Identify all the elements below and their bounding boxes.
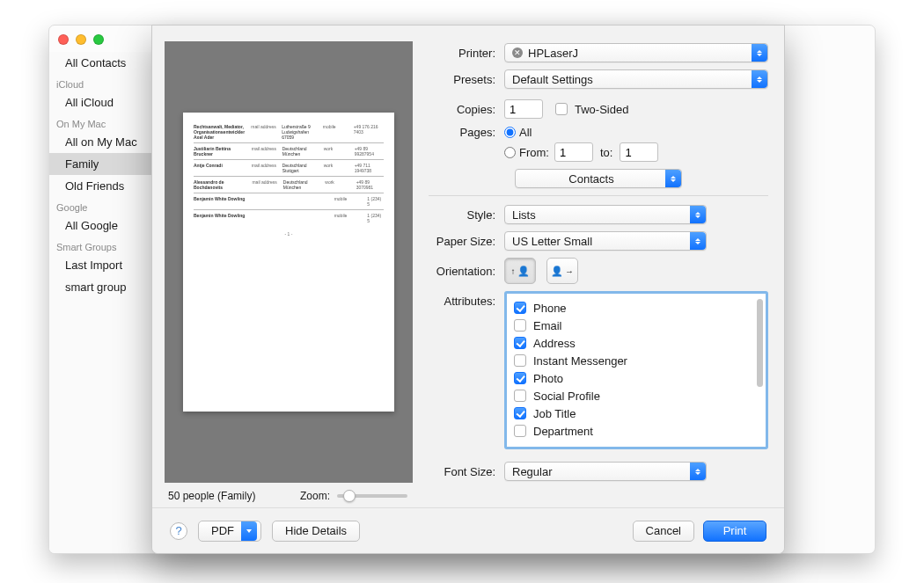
sidebar-item[interactable]: All Google	[49, 215, 158, 237]
pages-from-label: From:	[519, 146, 549, 159]
print-dialog: Rechtsanwalt, Mediator, Organisationsent…	[151, 25, 785, 554]
attributes-scrollbar[interactable]	[757, 299, 763, 387]
pages-label: Pages:	[429, 126, 504, 139]
attribute-checkbox[interactable]	[514, 354, 526, 367]
attribute-label: Job Title	[533, 407, 576, 420]
attribute-label: Email	[533, 319, 562, 332]
help-button[interactable]: ?	[170, 522, 187, 540]
print-button[interactable]: Print	[703, 521, 766, 542]
preview-page: Rechtsanwalt, Mediator, Organisationsent…	[183, 113, 394, 412]
pages-to-label: to:	[600, 146, 612, 159]
presets-label: Presets:	[429, 73, 504, 86]
copies-label: Copies:	[429, 103, 504, 116]
preview-entry: Benjamin White Dowlingmobile1 (234) 5	[194, 209, 384, 226]
attribute-item[interactable]: Social Profile	[512, 387, 760, 404]
sidebar-item[interactable]: All on My Mac	[49, 131, 158, 153]
two-sided-checkbox[interactable]	[555, 103, 568, 115]
preview-count-label: 50 people (Family)	[168, 490, 255, 502]
preview-entry: Justiliarin Bettina Brucknermail address…	[194, 142, 384, 159]
sidebar-item[interactable]: Old Friends	[49, 175, 158, 197]
font-size-value: Regular	[512, 465, 553, 478]
app-options-value: Contacts	[568, 172, 613, 186]
style-label: Style:	[429, 208, 504, 222]
attribute-checkbox[interactable]	[514, 390, 526, 402]
print-preview-column: Rechtsanwalt, Mediator, Organisationsent…	[165, 41, 413, 509]
pages-all-label: All	[519, 126, 532, 139]
app-options-select[interactable]: Contacts	[515, 169, 682, 188]
preview-entry: Rechtsanwalt, Mediator, Organisationsent…	[194, 121, 384, 142]
contacts-sidebar: All Contacts iCloudAll iCloudOn My MacAl…	[49, 52, 159, 553]
attribute-item[interactable]: Address	[512, 334, 760, 352]
pages-range-radio[interactable]	[504, 147, 516, 158]
orientation-label: Orientation:	[429, 265, 504, 278]
pdf-menu-button[interactable]: PDF	[198, 521, 261, 542]
sidebar-group-header: iCloud	[49, 74, 158, 91]
pages-to-input[interactable]	[620, 142, 658, 162]
minimize-window-button[interactable]	[76, 34, 86, 45]
sidebar-item[interactable]: Family	[49, 153, 158, 175]
attribute-checkbox[interactable]	[514, 425, 526, 437]
font-size-select[interactable]: Regular	[504, 462, 707, 481]
attribute-item[interactable]: Email	[512, 317, 760, 334]
printer-value: HPLaserJ	[528, 47, 578, 60]
hide-details-button[interactable]: Hide Details	[272, 521, 360, 542]
preview-entry: Alessandro de Bochdanovitsmail addressDe…	[194, 176, 384, 193]
sidebar-item[interactable]: smart group	[49, 276, 158, 298]
preview-entry: Antje Conradimail addressDeutschland Stu…	[194, 159, 384, 176]
attribute-item[interactable]: Instant Messenger	[512, 352, 760, 369]
pages-all-radio[interactable]	[504, 127, 516, 138]
printer-select[interactable]: ✕ HPLaserJ	[504, 43, 768, 62]
attribute-item[interactable]: Department	[512, 422, 760, 440]
attribute-checkbox[interactable]	[514, 407, 526, 419]
two-sided-label: Two-Sided	[575, 103, 628, 116]
dialog-bottom-bar: ? PDF Hide Details Cancel Print	[152, 507, 784, 553]
print-settings: Printer: ✕ HPLaserJ Presets: Default Set…	[429, 43, 768, 488]
attribute-label: Address	[533, 337, 576, 350]
presets-select[interactable]: Default Settings	[504, 69, 768, 89]
paper-size-label: Paper Size:	[429, 235, 504, 248]
sidebar-item[interactable]: All iCloud	[49, 91, 158, 113]
orientation-landscape-button[interactable]: 👤→	[546, 258, 578, 284]
attribute-item[interactable]: Job Title	[512, 404, 760, 422]
clear-printer-icon[interactable]: ✕	[512, 47, 523, 58]
font-size-label: Font Size:	[429, 465, 504, 478]
preview-entry: Benjamin White Dowlingmobile1 (234) 5	[194, 193, 384, 209]
close-window-button[interactable]	[58, 34, 69, 45]
paper-size-select[interactable]: US Letter Small	[504, 231, 707, 251]
attribute-checkbox[interactable]	[514, 302, 526, 314]
zoom-window-button[interactable]	[93, 34, 104, 45]
sidebar-item-all-contacts[interactable]: All Contacts	[49, 52, 158, 74]
attribute-item[interactable]: Phone	[512, 299, 760, 317]
sidebar-group-header: Smart Groups	[49, 237, 158, 254]
cancel-button[interactable]: Cancel	[633, 521, 694, 542]
sidebar-group-header: Google	[49, 197, 158, 215]
attribute-label: Phone	[533, 302, 567, 315]
attribute-label: Photo	[533, 372, 563, 385]
attribute-checkbox[interactable]	[514, 319, 526, 332]
zoom-slider[interactable]	[337, 494, 407, 498]
pages-from-input[interactable]	[554, 142, 593, 162]
style-select[interactable]: Lists	[504, 205, 707, 224]
sidebar-item[interactable]: Last Import	[49, 254, 158, 276]
print-preview-area: Rechtsanwalt, Mediator, Organisationsent…	[165, 41, 413, 483]
presets-value: Default Settings	[512, 73, 593, 86]
printer-label: Printer:	[429, 47, 504, 60]
attribute-item[interactable]: Photo	[512, 369, 760, 387]
paper-size-value: US Letter Small	[512, 235, 592, 248]
attribute-label: Instant Messenger	[533, 354, 627, 368]
attributes-label: Attributes:	[429, 291, 504, 308]
window-traffic-lights	[58, 34, 104, 45]
zoom-label: Zoom:	[300, 490, 330, 502]
pdf-label: PDF	[211, 524, 234, 537]
style-value: Lists	[512, 208, 536, 222]
sidebar-group-header: On My Mac	[49, 113, 158, 131]
attribute-checkbox[interactable]	[514, 372, 526, 384]
attribute-label: Department	[533, 425, 593, 438]
attributes-list[interactable]: PhoneEmailAddressInstant MessengerPhotoS…	[504, 291, 768, 449]
orientation-portrait-button[interactable]: ↑👤	[504, 258, 536, 284]
attribute-checkbox[interactable]	[514, 337, 526, 349]
copies-input[interactable]	[504, 99, 543, 119]
attribute-label: Social Profile	[533, 390, 600, 403]
